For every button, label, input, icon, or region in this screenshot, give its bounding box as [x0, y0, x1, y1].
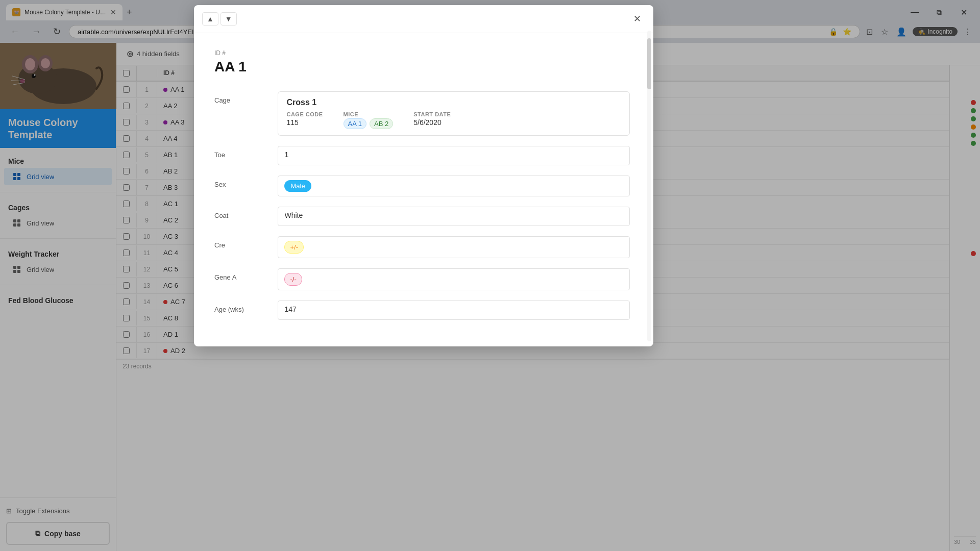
age-value-area[interactable]: 147: [278, 300, 630, 320]
cre-value[interactable]: +/-: [278, 236, 630, 258]
modal-close-button[interactable]: ✕: [629, 11, 645, 27]
cage-meta-date: START DATE 5/6/2020: [413, 111, 451, 129]
modal-field-cre: Cre +/-: [214, 236, 633, 258]
cre-value-area[interactable]: +/-: [278, 236, 630, 258]
start-date-value: 5/6/2020: [413, 118, 451, 127]
mice-tag-ab2[interactable]: AB 2: [370, 118, 393, 129]
age-value[interactable]: 147: [278, 300, 630, 320]
cage-code-value: 115: [286, 118, 323, 127]
modal-scrollbar-track[interactable]: [647, 31, 651, 341]
sex-badge-male: Male: [284, 180, 311, 192]
sex-label: Sex: [214, 176, 276, 188]
mice-tag-aa1[interactable]: AA 1: [344, 118, 366, 129]
age-label: Age (wks): [214, 300, 276, 313]
coat-value-area[interactable]: White: [278, 207, 630, 226]
modal-record-title: AA 1: [214, 59, 633, 75]
mice-tags: AA 1 AB 2: [344, 118, 394, 129]
cage-label: Cage: [214, 91, 276, 104]
modal-field-age: Age (wks) 147: [214, 300, 633, 320]
cage-value-area: Cross 1 CAGE CODE 115 MICE AA 1: [278, 91, 630, 136]
toe-label: Toe: [214, 146, 276, 159]
modal-field-cage: Cage Cross 1 CAGE CODE 115 MICE: [214, 91, 633, 136]
modal-field-coat: Coat White: [214, 207, 633, 226]
toe-value[interactable]: 1: [278, 146, 630, 165]
modal-body: ID # AA 1 Cage Cross 1 CAGE CODE 115: [194, 33, 653, 346]
mice-label: MICE: [344, 111, 394, 117]
toe-value-area[interactable]: 1: [278, 146, 630, 165]
modal-header: ▲ ▼ ✕: [194, 5, 653, 33]
cage-card-title: Cross 1: [286, 98, 621, 107]
modal-overlay: ▲ ▼ ✕ ID # AA 1 Cage Cross 1: [0, 0, 980, 551]
coat-label: Coat: [214, 207, 276, 219]
modal-prev-button[interactable]: ▲: [202, 12, 218, 26]
start-date-label: START DATE: [413, 111, 451, 117]
gene-a-value-area[interactable]: -/-: [278, 268, 630, 290]
cre-badge: +/-: [284, 241, 304, 254]
cage-meta-mice: MICE AA 1 AB 2: [344, 111, 394, 129]
sex-value-area[interactable]: Male: [278, 176, 630, 196]
cre-label: Cre: [214, 236, 276, 249]
gene-a-label: Gene A: [214, 268, 276, 281]
cage-card-meta: CAGE CODE 115 MICE AA 1 AB 2: [286, 111, 621, 129]
modal-navigation: ▲ ▼: [202, 12, 237, 26]
modal-scrollbar-thumb[interactable]: [647, 38, 651, 89]
cage-meta-code: CAGE CODE 115: [286, 111, 323, 129]
sex-value[interactable]: Male: [278, 176, 630, 196]
gene-a-value[interactable]: -/-: [278, 268, 630, 290]
cage-code-label: CAGE CODE: [286, 111, 323, 117]
modal-field-gene-a: Gene A -/-: [214, 268, 633, 290]
record-modal: ▲ ▼ ✕ ID # AA 1 Cage Cross 1: [194, 5, 653, 346]
modal-field-sex: Sex Male: [214, 176, 633, 196]
modal-field-toe: Toe 1: [214, 146, 633, 165]
modal-id-label: ID #: [214, 49, 633, 57]
cage-card[interactable]: Cross 1 CAGE CODE 115 MICE AA 1: [278, 91, 630, 136]
gene-a-badge: -/-: [284, 273, 302, 286]
coat-value[interactable]: White: [278, 207, 630, 226]
modal-next-button[interactable]: ▼: [220, 12, 237, 26]
